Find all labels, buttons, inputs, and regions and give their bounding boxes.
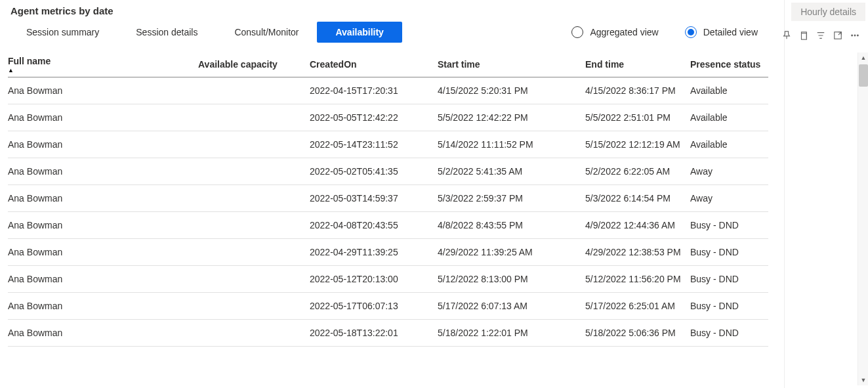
tab-availability[interactable]: Availability xyxy=(317,22,402,43)
table-row[interactable]: Ana Bowman2022-05-18T13:22:015/18/2022 1… xyxy=(8,320,768,347)
tab-session-details[interactable]: Session details xyxy=(117,22,216,43)
hourly-details-button[interactable]: Hourly details xyxy=(791,3,865,21)
column-header[interactable]: CreatedOn xyxy=(310,59,438,70)
cell-presence: Available xyxy=(690,139,768,150)
cell-presence: Busy - DND xyxy=(690,247,768,257)
focus-mode-icon[interactable] xyxy=(833,30,843,41)
cell-end-time: 5/15/2022 12:12:19 AM xyxy=(585,139,690,150)
cell-start-time: 5/18/2022 1:22:01 PM xyxy=(438,328,585,338)
cell-created-on: 2022-04-29T11:39:25 xyxy=(310,247,438,257)
column-header[interactable]: End time xyxy=(585,59,690,70)
column-header[interactable]: Available capacity xyxy=(198,59,310,70)
column-header[interactable]: Presence status xyxy=(690,59,768,70)
radio-aggregated-view[interactable]: Aggregated view xyxy=(571,26,658,38)
table-row[interactable]: Ana Bowman2022-04-29T11:39:254/29/2022 1… xyxy=(8,239,768,266)
radio-aggregated-label: Aggregated view xyxy=(590,27,658,37)
table-row[interactable]: Ana Bowman2022-04-15T17:20:314/15/2022 5… xyxy=(8,77,768,104)
cell-full-name: Ana Bowman xyxy=(8,139,198,150)
cell-start-time: 4/8/2022 8:43:55 PM xyxy=(438,220,585,230)
svg-rect-0 xyxy=(802,33,807,40)
cell-created-on: 2022-05-18T13:22:01 xyxy=(310,328,438,338)
cell-end-time: 5/12/2022 11:56:20 PM xyxy=(585,274,690,284)
radio-detailed-view[interactable]: Detailed view xyxy=(685,26,758,38)
cell-created-on: 2022-05-05T12:42:22 xyxy=(310,112,438,123)
cell-end-time: 5/18/2022 5:06:36 PM xyxy=(585,328,690,338)
cell-start-time: 5/3/2022 2:59:37 PM xyxy=(438,193,585,204)
cell-full-name: Ana Bowman xyxy=(8,247,198,257)
cell-full-name: Ana Bowman xyxy=(8,193,198,204)
filter-icon[interactable] xyxy=(816,30,826,41)
table-row[interactable]: Ana Bowman2022-05-14T23:11:525/14/2022 1… xyxy=(8,131,768,158)
more-options-icon[interactable] xyxy=(850,30,860,41)
cell-full-name: Ana Bowman xyxy=(8,112,198,123)
scroll-thumb[interactable] xyxy=(859,64,868,87)
cell-presence: Away xyxy=(690,193,768,204)
cell-start-time: 5/2/2022 5:41:35 AM xyxy=(438,166,585,177)
cell-end-time: 5/5/2022 2:51:01 PM xyxy=(585,112,690,123)
cell-full-name: Ana Bowman xyxy=(8,328,198,338)
cell-created-on: 2022-05-17T06:07:13 xyxy=(310,301,438,311)
cell-start-time: 4/29/2022 11:39:25 AM xyxy=(438,247,585,257)
column-header[interactable]: Start time xyxy=(438,59,585,70)
radio-icon xyxy=(571,26,583,38)
sort-asc-icon: ▲ xyxy=(8,68,14,73)
pin-icon[interactable] xyxy=(781,30,792,41)
cell-full-name: Ana Bowman xyxy=(8,166,198,177)
cell-created-on: 2022-05-03T14:59:37 xyxy=(310,193,438,204)
cell-presence: Available xyxy=(690,112,768,123)
cell-presence: Away xyxy=(690,166,768,177)
cell-full-name: Ana Bowman xyxy=(8,220,198,230)
cell-created-on: 2022-05-12T20:13:00 xyxy=(310,274,438,284)
cell-end-time: 4/15/2022 8:36:17 PM xyxy=(585,85,690,96)
radio-detailed-label: Detailed view xyxy=(703,27,758,37)
hourly-details-label: Hourly details xyxy=(800,7,856,17)
cell-presence: Busy - DND xyxy=(690,274,768,284)
copy-icon[interactable] xyxy=(798,30,809,41)
cell-end-time: 5/2/2022 6:22:05 AM xyxy=(585,166,690,177)
cell-start-time: 5/17/2022 6:07:13 AM xyxy=(438,301,585,311)
cell-end-time: 5/3/2022 6:14:54 PM xyxy=(585,193,690,204)
cell-created-on: 2022-05-14T23:11:52 xyxy=(310,139,438,150)
cell-end-time: 4/29/2022 12:38:53 PM xyxy=(585,247,690,257)
page-title: Agent metrics by date xyxy=(8,5,784,19)
cell-start-time: 5/5/2022 12:42:22 PM xyxy=(438,112,585,123)
cell-start-time: 5/12/2022 8:13:00 PM xyxy=(438,274,585,284)
cell-created-on: 2022-05-02T05:41:35 xyxy=(310,166,438,177)
cell-start-time: 5/14/2022 11:11:52 PM xyxy=(438,139,585,150)
cell-presence: Busy - DND xyxy=(690,328,768,338)
cell-presence: Busy - DND xyxy=(690,301,768,311)
table-row[interactable]: Ana Bowman2022-05-12T20:13:005/12/2022 8… xyxy=(8,266,768,293)
table-row[interactable]: Ana Bowman2022-05-17T06:07:135/17/2022 6… xyxy=(8,293,768,320)
table-row[interactable]: Ana Bowman2022-05-03T14:59:375/3/2022 2:… xyxy=(8,185,768,212)
cell-end-time: 5/17/2022 6:25:01 AM xyxy=(585,301,690,311)
vertical-scrollbar[interactable]: ▲ ▼ xyxy=(858,53,868,385)
cell-full-name: Ana Bowman xyxy=(8,274,198,284)
cell-full-name: Ana Bowman xyxy=(8,85,198,96)
cell-start-time: 4/15/2022 5:20:31 PM xyxy=(438,85,585,96)
column-header[interactable]: Full name▲ xyxy=(8,56,198,73)
scroll-up-icon[interactable]: ▲ xyxy=(858,53,868,63)
radio-icon xyxy=(685,26,697,38)
cell-created-on: 2022-04-08T20:43:55 xyxy=(310,220,438,230)
table-row[interactable]: Ana Bowman2022-04-08T20:43:554/8/2022 8:… xyxy=(8,212,768,239)
table-row[interactable]: Ana Bowman2022-05-02T05:41:355/2/2022 5:… xyxy=(8,158,768,185)
svg-point-2 xyxy=(852,35,853,36)
cell-end-time: 4/9/2022 12:44:36 AM xyxy=(585,220,690,230)
svg-point-3 xyxy=(854,35,856,36)
tab-session-summary[interactable]: Session summary xyxy=(8,22,117,43)
cell-created-on: 2022-04-15T17:20:31 xyxy=(310,85,438,96)
cell-presence: Available xyxy=(690,85,768,96)
cell-presence: Busy - DND xyxy=(690,220,768,230)
svg-point-4 xyxy=(858,35,859,36)
scroll-down-icon[interactable]: ▼ xyxy=(858,375,868,385)
tab-consult-monitor[interactable]: Consult/Monitor xyxy=(216,22,317,43)
table-row[interactable]: Ana Bowman2022-05-05T12:42:225/5/2022 12… xyxy=(8,104,768,131)
cell-full-name: Ana Bowman xyxy=(8,301,198,311)
